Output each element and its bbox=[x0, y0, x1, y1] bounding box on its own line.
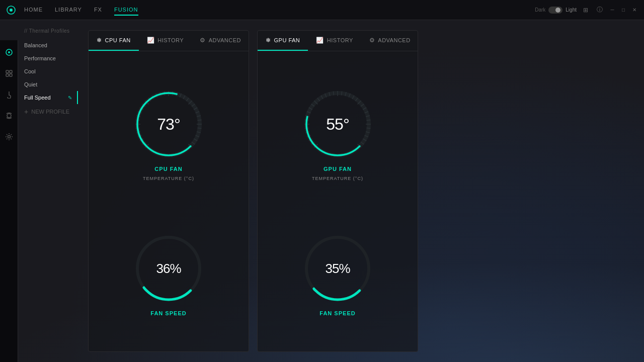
gpu-fanspeed-value: 35% bbox=[325, 261, 350, 277]
cpu-fanspeed-label: FAN SPEED bbox=[150, 310, 186, 316]
sidebar-item-quiet[interactable]: Quiet ✎ bbox=[18, 78, 78, 91]
main-layout: // Thermal Profiles Balanced ✎ Performan… bbox=[0, 20, 644, 362]
cpu-advanced-tab-icon: ⚙ bbox=[200, 37, 206, 44]
titlebar-controls: Dark Light ⊞ ⓘ ─ □ ✕ bbox=[535, 5, 638, 15]
tab-gpu-advanced[interactable]: ⚙ ADVANCED bbox=[361, 31, 419, 51]
gpu-fanspeed-label: FAN SPEED bbox=[319, 310, 355, 316]
cpu-fan-tab-icon: ❄ bbox=[97, 37, 102, 44]
sidebar-item-label-fullspeed: Full Speed bbox=[24, 95, 51, 101]
theme-thumb bbox=[555, 8, 560, 13]
sidebar-item-balanced[interactable]: Balanced ✎ bbox=[18, 39, 78, 52]
new-profile-plus-icon: + bbox=[24, 108, 28, 116]
sidebar-item-cool[interactable]: Cool ✎ bbox=[18, 65, 78, 78]
cpu-fan-tab-label: CPU FAN bbox=[105, 37, 131, 43]
gpu-panel-tabs: ❄ GPU FAN 📈 HISTORY ⚙ ADVANCED bbox=[258, 31, 418, 51]
gpu-fanspeed-gauge-wrapper: 35% bbox=[300, 231, 375, 306]
app-logo bbox=[6, 5, 16, 15]
gpu-fan-tab-icon: ❄ bbox=[266, 37, 271, 44]
cpu-fanspeed-gauge: 36% FAN SPEED bbox=[131, 231, 206, 316]
cpu-temperature-gauge: 73° CPU FAN TEMPERATURE (°C) bbox=[131, 86, 206, 181]
cpu-fan-panel: ❄ CPU FAN 📈 HISTORY ⚙ ADVANCED bbox=[88, 30, 249, 352]
tab-gpu-history[interactable]: 📈 HISTORY bbox=[308, 31, 361, 51]
info-icon[interactable]: ⓘ bbox=[595, 5, 605, 15]
theme-track[interactable] bbox=[548, 7, 562, 14]
gpu-fan-panel: ❄ GPU FAN 📈 HISTORY ⚙ ADVANCED bbox=[257, 30, 418, 352]
tab-cpu-advanced[interactable]: ⚙ ADVANCED bbox=[192, 31, 249, 51]
sidebar-item-new-profile[interactable]: + NEW PROFILE bbox=[18, 104, 78, 119]
gpu-history-tab-icon: 📈 bbox=[316, 37, 324, 44]
nav-home[interactable]: HOME bbox=[24, 5, 43, 16]
cpu-advanced-tab-label: ADVANCED bbox=[209, 37, 241, 43]
gpu-temperature-gauge: 55° GPU FAN TEMPERATURE (°C) bbox=[300, 86, 375, 181]
cpu-history-tab-label: HISTORY bbox=[157, 37, 184, 43]
cpu-temp-gauge-wrapper: 73° bbox=[131, 86, 206, 162]
gpu-temp-gauge-wrapper: 55° bbox=[300, 86, 375, 162]
gpu-fan-tab-label: GPU FAN bbox=[274, 37, 300, 43]
gpu-panel-body: 55° GPU FAN TEMPERATURE (°C) 35% bbox=[258, 51, 418, 351]
svg-point-9 bbox=[8, 136, 10, 138]
cpu-history-tab-icon: 📈 bbox=[147, 37, 155, 44]
svg-point-3 bbox=[8, 51, 10, 53]
cpu-fanspeed-value: 36% bbox=[156, 261, 181, 277]
close-button[interactable]: ✕ bbox=[631, 7, 638, 14]
gpu-temp-value: 55° bbox=[326, 115, 349, 133]
layout-icon[interactable]: ⊞ bbox=[581, 5, 591, 15]
sidebar-item-label-quiet: Quiet bbox=[24, 81, 37, 87]
theme-dark-label: Dark bbox=[535, 7, 545, 13]
minimize-button[interactable]: ─ bbox=[609, 7, 616, 14]
svg-rect-4 bbox=[6, 70, 9, 73]
main-nav: HOME LIBRARY FX FUSION bbox=[24, 5, 535, 16]
gpu-temp-label-primary: GPU FAN bbox=[324, 166, 352, 172]
sidebar-item-label-balanced: Balanced bbox=[24, 42, 47, 48]
sidebar-icon-strip bbox=[0, 40, 18, 362]
theme-light-label: Light bbox=[566, 7, 577, 13]
tab-cpu-history[interactable]: 📈 HISTORY bbox=[139, 31, 192, 51]
cpu-panel-body: 73° CPU FAN TEMPERATURE (°C) 36% bbox=[89, 51, 249, 351]
edit-icon-fullspeed: ✎ bbox=[68, 95, 72, 101]
sidebar-icon-home[interactable] bbox=[3, 46, 15, 58]
theme-toggle[interactable]: Dark Light bbox=[535, 7, 577, 14]
gpu-fanspeed-gauge: 35% FAN SPEED bbox=[300, 231, 375, 316]
sidebar-icon-settings[interactable] bbox=[3, 131, 15, 143]
nav-fusion[interactable]: FUSION bbox=[114, 5, 138, 16]
svg-rect-5 bbox=[10, 70, 12, 73]
cpu-temp-value: 73° bbox=[157, 115, 180, 133]
maximize-button[interactable]: □ bbox=[620, 7, 627, 14]
tab-cpu-fan[interactable]: ❄ CPU FAN bbox=[89, 31, 139, 51]
gpu-advanced-tab-icon: ⚙ bbox=[369, 37, 375, 44]
gpu-history-tab-label: HISTORY bbox=[327, 37, 353, 43]
sidebar-item-fullspeed[interactable]: Full Speed ✎ bbox=[18, 91, 78, 104]
cpu-fanspeed-gauge-wrapper: 36% bbox=[131, 231, 206, 306]
svg-rect-7 bbox=[10, 74, 12, 76]
sidebar-header: // Thermal Profiles bbox=[18, 25, 78, 39]
cpu-temp-label-primary: CPU FAN bbox=[154, 166, 182, 172]
titlebar: HOME LIBRARY FX FUSION Dark Light ⊞ ⓘ ─ … bbox=[0, 0, 644, 20]
gpu-temp-label-secondary: TEMPERATURE (°C) bbox=[312, 176, 363, 181]
sidebar-item-label-cool: Cool bbox=[24, 68, 36, 74]
nav-fx[interactable]: FX bbox=[94, 5, 102, 16]
tab-gpu-fan[interactable]: ❄ GPU FAN bbox=[258, 31, 308, 51]
sidebar-icon-profiles[interactable] bbox=[3, 67, 15, 79]
sidebar-content: // Thermal Profiles Balanced ✎ Performan… bbox=[18, 20, 78, 362]
gpu-advanced-tab-label: ADVANCED bbox=[378, 37, 410, 43]
new-profile-label: NEW PROFILE bbox=[31, 109, 69, 115]
sidebar-item-performance[interactable]: Performance ✎ bbox=[18, 52, 78, 65]
cpu-panel-tabs: ❄ CPU FAN 📈 HISTORY ⚙ ADVANCED bbox=[89, 31, 249, 51]
content-area: ❄ CPU FAN 📈 HISTORY ⚙ ADVANCED bbox=[78, 20, 644, 362]
svg-rect-6 bbox=[6, 74, 9, 76]
sidebar-item-label-performance: Performance bbox=[24, 55, 56, 61]
svg-point-1 bbox=[10, 9, 13, 12]
nav-library[interactable]: LIBRARY bbox=[55, 5, 82, 16]
sidebar-icon-thermal[interactable] bbox=[3, 88, 15, 101]
cpu-temp-label-secondary: TEMPERATURE (°C) bbox=[143, 176, 194, 181]
svg-point-8 bbox=[7, 114, 11, 118]
sidebar-icon-audio[interactable] bbox=[3, 110, 15, 122]
